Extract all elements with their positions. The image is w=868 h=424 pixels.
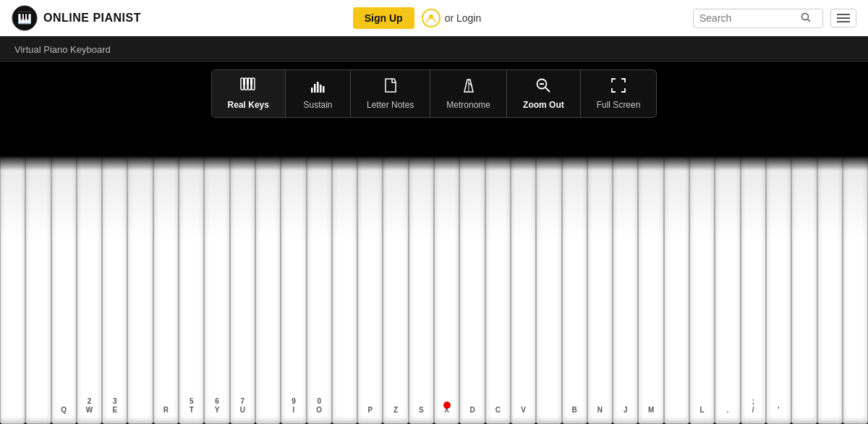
white-key-17[interactable]: X: [434, 156, 459, 424]
white-key-24[interactable]: J: [613, 156, 638, 424]
white-key-8[interactable]: 6Y: [204, 156, 229, 424]
letter-notes-svg: [384, 77, 397, 93]
zoom-out-label: Zoom Out: [523, 100, 564, 110]
white-key-14[interactable]: P: [357, 156, 383, 424]
svg-line-23: [545, 88, 550, 92]
toolbar-metronome[interactable]: Metronome: [430, 70, 507, 117]
svg-rect-12: [243, 78, 245, 85]
white-key-27[interactable]: L: [689, 156, 715, 424]
letter-notes-icon: [384, 77, 397, 97]
svg-rect-13: [247, 78, 249, 85]
white-key-13[interactable]: [332, 156, 357, 424]
white-keys-row: Q2W3ER5T6Y7U9I0OPZSXDCVBNJML.;/': [0, 156, 868, 424]
white-key-label-6: R: [163, 406, 169, 415]
white-key-5[interactable]: [127, 156, 153, 424]
white-key-label-2: Q: [61, 406, 67, 415]
signup-button[interactable]: Sign Up: [353, 7, 414, 29]
white-key-12[interactable]: 0O: [307, 156, 332, 424]
white-key-23[interactable]: N: [587, 156, 613, 424]
white-key-18[interactable]: D: [459, 156, 485, 424]
subheader-title: Virtual Piano Keyboard: [14, 44, 111, 55]
white-key-label-16: S: [419, 406, 424, 415]
svg-point-3: [802, 13, 809, 20]
white-key-29[interactable]: ;/: [741, 156, 766, 424]
white-key-2[interactable]: Q: [51, 156, 77, 424]
toolbar-real-keys[interactable]: Real Keys: [212, 70, 286, 117]
white-key-25[interactable]: M: [638, 156, 663, 424]
white-key-9[interactable]: 7U: [230, 156, 255, 424]
letter-notes-label: Letter Notes: [367, 100, 414, 110]
metronome-svg: [461, 77, 476, 93]
menu-button[interactable]: [830, 9, 856, 27]
sustain-icon: [310, 77, 326, 97]
svg-text:🎹: 🎹: [17, 11, 32, 25]
user-svg-icon: [426, 13, 436, 23]
white-key-label-24: J: [624, 406, 628, 415]
search-input[interactable]: [699, 12, 801, 24]
search-box: [693, 9, 823, 28]
white-key-28[interactable]: .: [715, 156, 740, 424]
white-key-3[interactable]: 2W: [77, 156, 102, 424]
white-key-label-7: 5T: [190, 397, 194, 415]
white-key-label-20: V: [521, 406, 526, 415]
metronome-label: Metronome: [446, 100, 490, 110]
white-key-30[interactable]: ': [766, 156, 791, 424]
white-key-label-25: M: [648, 406, 654, 415]
svg-rect-14: [250, 78, 252, 85]
fullscreen-svg: [610, 77, 626, 93]
search-icon: [801, 12, 811, 22]
or-login-text: or Login: [445, 12, 482, 24]
white-key-16[interactable]: S: [409, 156, 434, 424]
metronome-icon: [461, 77, 476, 97]
user-icon: [422, 9, 441, 27]
white-key-4[interactable]: 3E: [102, 156, 127, 424]
zoom-out-icon: [535, 77, 551, 97]
white-key-label-29: ;/: [752, 397, 754, 415]
sustain-svg: [310, 77, 326, 93]
white-key-26[interactable]: [664, 156, 689, 424]
white-key-label-30: ': [778, 406, 779, 415]
white-key-1[interactable]: [25, 156, 51, 424]
white-key-21[interactable]: [536, 156, 561, 424]
main-area: Real Keys Sustain: [0, 62, 868, 424]
white-key-label-19: C: [495, 406, 501, 415]
toolbar-zoom-out[interactable]: Zoom Out: [507, 70, 581, 117]
svg-rect-17: [317, 82, 319, 93]
white-key-33[interactable]: [843, 156, 868, 424]
piano-area: Q2W3ER5T6Y7U9I0OPZSXDCVBNJML.;/' 2356790…: [0, 156, 868, 424]
white-key-label-27: L: [700, 406, 705, 415]
white-key-22[interactable]: B: [562, 156, 587, 424]
piano-keys-svg: [240, 77, 256, 93]
subheader: Virtual Piano Keyboard: [0, 36, 868, 62]
toolbar-sustain[interactable]: Sustain: [286, 70, 351, 117]
white-key-label-3: 2W: [86, 397, 93, 415]
white-key-0[interactable]: [0, 156, 25, 424]
white-key-32[interactable]: [817, 156, 843, 424]
white-key-19[interactable]: C: [485, 156, 511, 424]
white-key-7[interactable]: 5T: [179, 156, 204, 424]
header: 🎹 ONLINE PIANIST Sign Up or Login: [0, 0, 868, 36]
white-key-label-15: Z: [393, 406, 398, 415]
svg-rect-15: [311, 88, 313, 93]
hamburger-icon: [837, 13, 850, 23]
zoom-svg: [535, 77, 551, 93]
white-key-20[interactable]: V: [511, 156, 536, 424]
white-key-label-22: B: [572, 406, 577, 415]
logo-icon: 🎹: [12, 5, 38, 31]
real-keys-icon: [240, 77, 256, 97]
toolbar-full-screen[interactable]: Full Screen: [581, 70, 657, 117]
white-key-6[interactable]: R: [153, 156, 179, 424]
search-icon-button[interactable]: [801, 12, 811, 25]
white-key-label-23: N: [597, 406, 603, 415]
white-key-11[interactable]: 9I: [281, 156, 306, 424]
white-key-10[interactable]: [255, 156, 281, 424]
or-login-link[interactable]: or Login: [422, 9, 482, 27]
white-key-label-9: 7U: [240, 397, 245, 415]
white-key-15[interactable]: Z: [383, 156, 408, 424]
white-key-31[interactable]: [791, 156, 817, 424]
svg-rect-16: [314, 84, 316, 93]
svg-rect-19: [323, 86, 325, 93]
toolbar-letter-notes[interactable]: Letter Notes: [351, 70, 430, 117]
svg-line-4: [808, 19, 811, 22]
logo-area: 🎹 ONLINE PIANIST: [12, 5, 141, 31]
